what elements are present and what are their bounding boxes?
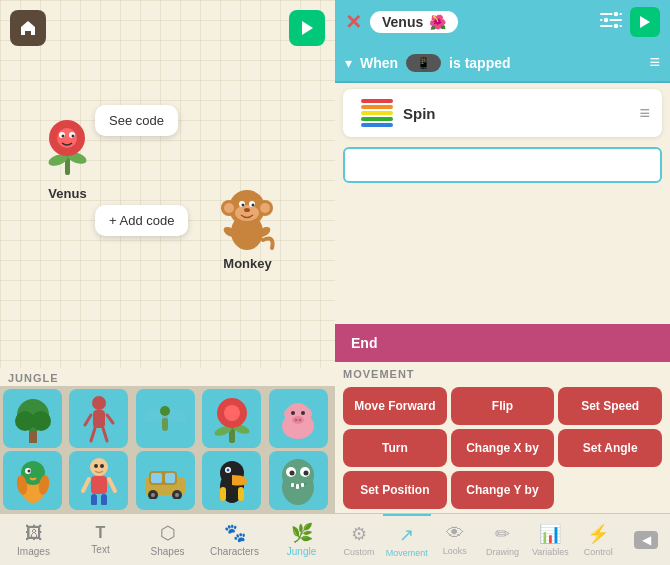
svg-point-58	[90, 458, 108, 476]
object-badge[interactable]: 📱	[406, 54, 441, 72]
code-input-area[interactable]	[343, 147, 662, 183]
svg-rect-88	[301, 483, 304, 487]
movement-icon: ↗	[399, 524, 414, 546]
left-panel: Venus See code + Add code	[0, 0, 335, 565]
venus-character[interactable]: Venus	[40, 110, 95, 201]
jungle-section-label: JUNGLE	[0, 368, 335, 386]
svg-point-13	[224, 203, 234, 213]
nav-text[interactable]: T Text	[67, 514, 134, 565]
right-topbar: ✕ Venus 🌺	[335, 0, 670, 44]
close-button[interactable]: ✕	[345, 10, 362, 34]
character-badge[interactable]: Venus 🌺	[370, 11, 458, 33]
monkey-character[interactable]: Monkey	[220, 180, 275, 271]
grid-char-tree[interactable]	[3, 389, 62, 448]
svg-point-85	[304, 470, 309, 475]
right-bottom-nav: ⚙ Custom ↗ Movement 👁 Looks ✏ Drawing 📊 …	[335, 513, 670, 565]
set-speed-button[interactable]: Set Speed	[558, 387, 662, 425]
svg-rect-69	[165, 473, 175, 483]
tab-drawing[interactable]: ✏ Drawing	[479, 514, 527, 565]
characters-icon: 🐾	[224, 522, 246, 544]
nav-characters[interactable]: 🐾 Characters	[201, 514, 268, 565]
svg-point-77	[226, 468, 229, 471]
svg-rect-68	[151, 473, 162, 483]
back-arrow-icon: ◀	[634, 531, 658, 549]
home-button[interactable]	[10, 10, 46, 46]
grid-char-dragonfly[interactable]	[136, 389, 195, 448]
grid-char-dancer[interactable]	[69, 389, 128, 448]
chevron-icon: ▾	[345, 55, 352, 71]
play-button-right[interactable]	[630, 7, 660, 37]
svg-rect-29	[93, 410, 105, 428]
grid-settings-icon[interactable]	[600, 11, 622, 34]
svg-point-28	[92, 396, 106, 410]
venus-name-label: Venus	[40, 186, 95, 201]
see-code-bubble[interactable]: See code	[95, 105, 178, 136]
set-angle-button[interactable]: Set Angle	[558, 429, 662, 467]
svg-rect-86	[291, 483, 294, 487]
tab-looks[interactable]: 👁 Looks	[431, 514, 479, 565]
svg-point-15	[260, 203, 270, 213]
svg-marker-0	[302, 21, 313, 35]
svg-point-90	[613, 11, 619, 17]
when-block[interactable]: ▾ When 📱 is tapped ≡	[335, 44, 670, 83]
svg-point-72	[151, 493, 155, 497]
code-area: ▾ When 📱 is tapped ≡ Spin ≡ End	[335, 44, 670, 362]
grid-char-toucan[interactable]	[202, 451, 261, 510]
svg-point-27	[31, 411, 51, 431]
nav-images[interactable]: 🖼 Images	[0, 514, 67, 565]
grid-char-kid[interactable]	[69, 451, 128, 510]
svg-point-92	[603, 17, 609, 23]
monkey-name-label: Monkey	[220, 256, 275, 271]
change-x-button[interactable]: Change X by	[451, 429, 555, 467]
shapes-icon: ⬡	[160, 522, 176, 544]
right-panel: ✕ Venus 🌺 ▾ When	[335, 0, 670, 565]
flip-button[interactable]: Flip	[451, 387, 555, 425]
grid-char-parrot[interactable]	[3, 451, 62, 510]
nav-jungle[interactable]: 🌿 Jungle	[268, 514, 335, 565]
add-code-bubble[interactable]: + Add code	[95, 205, 188, 236]
svg-line-32	[91, 428, 95, 441]
move-forward-button[interactable]: Move Forward	[343, 387, 447, 425]
svg-point-9	[72, 135, 75, 138]
svg-line-33	[103, 428, 107, 441]
play-button-left[interactable]	[289, 10, 325, 46]
svg-point-51	[301, 411, 305, 415]
svg-point-47	[292, 416, 304, 424]
spin-menu-icon[interactable]: ≡	[639, 103, 650, 124]
tab-variables[interactable]: 📊 Variables	[526, 514, 574, 565]
svg-point-19	[242, 204, 245, 207]
variables-icon: 📊	[539, 523, 561, 545]
grid-char-pig[interactable]	[269, 389, 328, 448]
tab-movement[interactable]: ↗ Movement	[383, 514, 431, 565]
when-menu-icon[interactable]: ≡	[649, 52, 660, 73]
grid-char-monster[interactable]	[269, 451, 328, 510]
svg-point-21	[244, 208, 250, 212]
images-icon: 🖼	[25, 523, 43, 544]
movement-label: MOVEMENT	[335, 362, 670, 383]
tab-control[interactable]: ⚡ Control	[574, 514, 622, 565]
svg-point-65	[100, 464, 104, 468]
tab-custom[interactable]: ⚙ Custom	[335, 514, 383, 565]
change-y-button[interactable]: Change Y by	[451, 471, 555, 509]
tab-back[interactable]: ◀	[622, 514, 670, 565]
svg-line-61	[109, 479, 115, 491]
nav-shapes[interactable]: ⬡ Shapes	[134, 514, 201, 565]
svg-rect-87	[296, 484, 299, 489]
svg-rect-62	[91, 494, 97, 505]
grid-char-venus[interactable]	[202, 389, 261, 448]
left-bottom-nav: 🖼 Images T Text ⬡ Shapes 🐾 Characters 🌿 …	[0, 513, 335, 565]
spin-block[interactable]: Spin ≡	[343, 89, 662, 137]
turn-button[interactable]: Turn	[343, 429, 447, 467]
svg-line-31	[107, 415, 113, 423]
grid-char-jeep[interactable]	[136, 451, 195, 510]
svg-rect-63	[101, 494, 107, 505]
set-position-button[interactable]: Set Position	[343, 471, 447, 509]
svg-line-30	[85, 415, 91, 425]
looks-icon: 👁	[446, 523, 464, 544]
text-icon: T	[96, 524, 106, 542]
svg-rect-79	[238, 487, 244, 501]
jungle-icon: 🌿	[291, 522, 313, 544]
control-icon: ⚡	[587, 523, 609, 545]
svg-point-48	[295, 418, 298, 421]
svg-point-49	[299, 418, 302, 421]
